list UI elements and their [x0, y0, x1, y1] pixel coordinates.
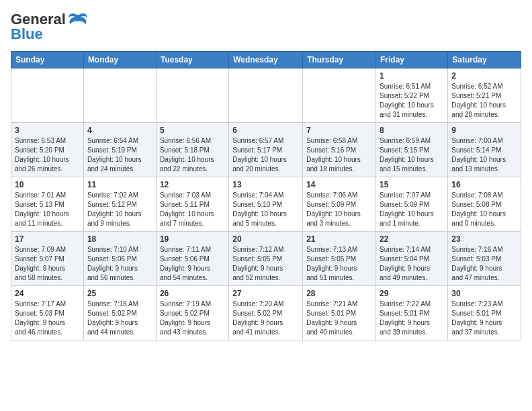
weekday-header-friday: Friday — [376, 52, 448, 68]
day-number: 11 — [87, 180, 152, 189]
calendar-cell: 23Sunrise: 7:16 AM Sunset: 5:03 PM Dayli… — [448, 232, 521, 286]
cell-content: Sunrise: 7:09 AM Sunset: 5:07 PM Dayligh… — [15, 245, 80, 283]
cell-content: Sunrise: 7:20 AM Sunset: 5:02 PM Dayligh… — [232, 300, 299, 337]
cell-content: Sunrise: 6:57 AM Sunset: 5:17 PM Dayligh… — [232, 136, 299, 174]
day-number: 29 — [380, 289, 444, 298]
cell-content: Sunrise: 7:08 AM Sunset: 5:08 PM Dayligh… — [451, 191, 517, 228]
cell-content: Sunrise: 7:17 AM Sunset: 5:03 PM Dayligh… — [15, 300, 80, 337]
cell-content: Sunrise: 7:01 AM Sunset: 5:13 PM Dayligh… — [15, 191, 80, 228]
day-number: 6 — [232, 126, 299, 135]
cell-content: Sunrise: 6:59 AM Sunset: 5:15 PM Dayligh… — [380, 136, 444, 174]
calendar-cell: 6Sunrise: 6:57 AM Sunset: 5:17 PM Daylig… — [229, 123, 303, 177]
calendar-cell — [303, 68, 376, 123]
header: General Blue — [11, 11, 521, 43]
cell-content: Sunrise: 7:00 AM Sunset: 5:14 PM Dayligh… — [451, 136, 517, 174]
calendar-cell: 20Sunrise: 7:12 AM Sunset: 5:05 PM Dayli… — [229, 232, 303, 286]
cell-content: Sunrise: 7:02 AM Sunset: 5:12 PM Dayligh… — [87, 191, 152, 228]
cell-content: Sunrise: 7:11 AM Sunset: 5:06 PM Dayligh… — [160, 245, 225, 283]
cell-content: Sunrise: 7:13 AM Sunset: 5:05 PM Dayligh… — [306, 245, 372, 283]
day-number: 1 — [380, 71, 444, 81]
weekday-header-monday: Monday — [83, 52, 156, 68]
calendar-cell: 15Sunrise: 7:07 AM Sunset: 5:09 PM Dayli… — [376, 177, 448, 232]
calendar-week-row: 24Sunrise: 7:17 AM Sunset: 5:03 PM Dayli… — [11, 286, 521, 340]
cell-content: Sunrise: 7:14 AM Sunset: 5:04 PM Dayligh… — [380, 245, 444, 283]
weekday-header-wednesday: Wednesday — [229, 52, 303, 68]
calendar: SundayMondayTuesdayWednesdayThursdayFrid… — [11, 51, 521, 340]
day-number: 13 — [232, 180, 299, 189]
cell-content: Sunrise: 7:03 AM Sunset: 5:11 PM Dayligh… — [160, 191, 225, 228]
calendar-week-row: 17Sunrise: 7:09 AM Sunset: 5:07 PM Dayli… — [11, 232, 521, 286]
day-number: 17 — [15, 234, 80, 244]
calendar-week-row: 10Sunrise: 7:01 AM Sunset: 5:13 PM Dayli… — [11, 177, 521, 232]
day-number: 19 — [160, 234, 225, 244]
day-number: 15 — [380, 180, 444, 189]
cell-content: Sunrise: 6:52 AM Sunset: 5:21 PM Dayligh… — [451, 82, 517, 120]
logo-bird-icon — [67, 12, 89, 27]
cell-content: Sunrise: 7:21 AM Sunset: 5:01 PM Dayligh… — [306, 300, 372, 337]
day-number: 28 — [306, 289, 372, 298]
calendar-cell: 18Sunrise: 7:10 AM Sunset: 5:06 PM Dayli… — [83, 232, 156, 286]
day-number: 24 — [15, 289, 80, 298]
day-number: 23 — [451, 234, 517, 244]
calendar-cell: 2Sunrise: 6:52 AM Sunset: 5:21 PM Daylig… — [448, 68, 521, 123]
cell-content: Sunrise: 6:58 AM Sunset: 5:16 PM Dayligh… — [306, 136, 372, 174]
calendar-cell: 30Sunrise: 7:23 AM Sunset: 5:01 PM Dayli… — [448, 286, 521, 340]
cell-content: Sunrise: 7:22 AM Sunset: 5:01 PM Dayligh… — [380, 300, 444, 337]
cell-content: Sunrise: 6:54 AM Sunset: 5:19 PM Dayligh… — [87, 136, 152, 174]
day-number: 18 — [87, 234, 152, 244]
page: General Blue SundayMondayTuesdayWednesda… — [0, 0, 532, 351]
logo-blue-text: Blue — [11, 26, 43, 43]
cell-content: Sunrise: 7:04 AM Sunset: 5:10 PM Dayligh… — [232, 191, 299, 228]
calendar-cell: 28Sunrise: 7:21 AM Sunset: 5:01 PM Dayli… — [303, 286, 376, 340]
cell-content: Sunrise: 6:53 AM Sunset: 5:20 PM Dayligh… — [15, 136, 80, 174]
day-number: 5 — [160, 126, 225, 135]
calendar-header-row: SundayMondayTuesdayWednesdayThursdayFrid… — [11, 52, 521, 68]
calendar-cell: 1Sunrise: 6:51 AM Sunset: 5:22 PM Daylig… — [376, 68, 448, 123]
day-number: 12 — [160, 180, 225, 189]
day-number: 21 — [306, 234, 372, 244]
day-number: 20 — [232, 234, 299, 244]
day-number: 26 — [160, 289, 225, 298]
day-number: 22 — [380, 234, 444, 244]
calendar-cell: 14Sunrise: 7:06 AM Sunset: 5:09 PM Dayli… — [303, 177, 376, 232]
day-number: 10 — [15, 180, 80, 189]
cell-content: Sunrise: 7:23 AM Sunset: 5:01 PM Dayligh… — [451, 300, 517, 337]
calendar-cell: 12Sunrise: 7:03 AM Sunset: 5:11 PM Dayli… — [156, 177, 228, 232]
day-number: 7 — [306, 126, 372, 135]
calendar-cell: 29Sunrise: 7:22 AM Sunset: 5:01 PM Dayli… — [376, 286, 448, 340]
weekday-header-saturday: Saturday — [448, 52, 521, 68]
calendar-cell: 9Sunrise: 7:00 AM Sunset: 5:14 PM Daylig… — [448, 123, 521, 177]
day-number: 3 — [15, 126, 80, 135]
calendar-cell: 8Sunrise: 6:59 AM Sunset: 5:15 PM Daylig… — [376, 123, 448, 177]
calendar-cell: 13Sunrise: 7:04 AM Sunset: 5:10 PM Dayli… — [229, 177, 303, 232]
day-number: 4 — [87, 126, 152, 135]
cell-content: Sunrise: 7:06 AM Sunset: 5:09 PM Dayligh… — [306, 191, 372, 228]
day-number: 2 — [451, 71, 517, 81]
calendar-cell: 11Sunrise: 7:02 AM Sunset: 5:12 PM Dayli… — [83, 177, 156, 232]
weekday-header-tuesday: Tuesday — [156, 52, 228, 68]
day-number: 16 — [451, 180, 517, 189]
calendar-week-row: 1Sunrise: 6:51 AM Sunset: 5:22 PM Daylig… — [11, 68, 521, 123]
calendar-cell: 22Sunrise: 7:14 AM Sunset: 5:04 PM Dayli… — [376, 232, 448, 286]
calendar-cell: 24Sunrise: 7:17 AM Sunset: 5:03 PM Dayli… — [11, 286, 84, 340]
cell-content: Sunrise: 7:12 AM Sunset: 5:05 PM Dayligh… — [232, 245, 299, 283]
calendar-cell: 4Sunrise: 6:54 AM Sunset: 5:19 PM Daylig… — [83, 123, 156, 177]
calendar-cell: 7Sunrise: 6:58 AM Sunset: 5:16 PM Daylig… — [303, 123, 376, 177]
calendar-cell: 10Sunrise: 7:01 AM Sunset: 5:13 PM Dayli… — [11, 177, 84, 232]
calendar-cell — [156, 68, 228, 123]
day-number: 30 — [451, 289, 517, 298]
calendar-cell: 21Sunrise: 7:13 AM Sunset: 5:05 PM Dayli… — [303, 232, 376, 286]
calendar-cell: 5Sunrise: 6:56 AM Sunset: 5:18 PM Daylig… — [156, 123, 228, 177]
day-number: 9 — [451, 126, 517, 135]
cell-content: Sunrise: 7:10 AM Sunset: 5:06 PM Dayligh… — [87, 245, 152, 283]
day-number: 27 — [232, 289, 299, 298]
calendar-cell: 19Sunrise: 7:11 AM Sunset: 5:06 PM Dayli… — [156, 232, 228, 286]
calendar-cell: 27Sunrise: 7:20 AM Sunset: 5:02 PM Dayli… — [229, 286, 303, 340]
calendar-cell: 17Sunrise: 7:09 AM Sunset: 5:07 PM Dayli… — [11, 232, 84, 286]
weekday-header-sunday: Sunday — [11, 52, 84, 68]
calendar-cell: 3Sunrise: 6:53 AM Sunset: 5:20 PM Daylig… — [11, 123, 84, 177]
cell-content: Sunrise: 7:16 AM Sunset: 5:03 PM Dayligh… — [451, 245, 517, 283]
calendar-cell: 25Sunrise: 7:18 AM Sunset: 5:02 PM Dayli… — [83, 286, 156, 340]
day-number: 14 — [306, 180, 372, 189]
cell-content: Sunrise: 6:56 AM Sunset: 5:18 PM Dayligh… — [160, 136, 225, 174]
